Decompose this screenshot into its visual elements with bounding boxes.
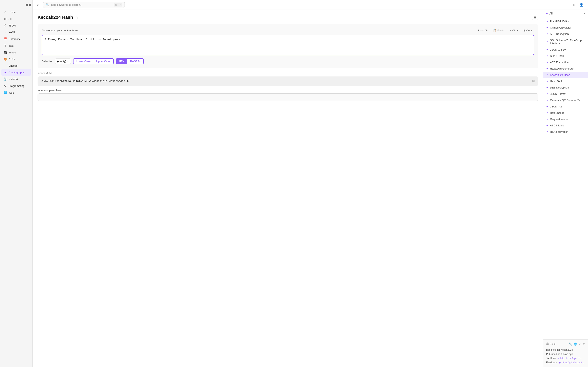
aes-encrypt-icon: ✦ xyxy=(546,61,548,64)
right-item-keccak224[interactable]: ✦ Keccak224 Hash xyxy=(543,72,588,78)
expand-icon[interactable]: ▼ xyxy=(582,342,585,346)
delimiter-row: Delimiter: (empty) ▾ Lower Case Upper Ca… xyxy=(42,58,534,64)
sidebar-item-web[interactable]: 🌐 Web xyxy=(1,89,31,96)
right-item-json-tsv[interactable]: ✦ JSON to TSV xyxy=(543,47,588,53)
link-icon: ⎋ xyxy=(558,357,559,360)
copy-button[interactable]: ⎘ Copy xyxy=(522,28,534,33)
search-input[interactable] xyxy=(51,3,112,6)
right-item-aes-encrypt[interactable]: ✦ AES Encryption xyxy=(543,59,588,66)
copy-result-button[interactable]: ⎘ xyxy=(532,79,535,83)
right-item-json-path[interactable]: ✦ JSON Path xyxy=(543,103,588,110)
hex-encode-icon: ✦ xyxy=(546,111,548,114)
result-value: f2ebef6714925b779f6c9318fe1d4ba2ed682716… xyxy=(40,80,532,83)
footer-info: Hash tool for Keccak224 Published at: 6 … xyxy=(546,348,585,365)
favorite-button[interactable]: ☆ xyxy=(75,15,78,20)
share-button[interactable]: ⎋ xyxy=(572,2,577,8)
sidebar-item-encode[interactable]: Encode xyxy=(1,63,31,69)
home-icon: ⌂ xyxy=(4,10,7,14)
tool-link[interactable]: https://t.he3app.co... xyxy=(560,357,582,360)
right-item-des-decrypt[interactable]: ✦ DES Decryption xyxy=(543,84,588,91)
sidebar-item-cryptography[interactable]: ✦ Cryptography xyxy=(1,69,31,76)
right-item-sha1[interactable]: ✦ SHA1 Hash xyxy=(543,53,588,59)
right-item-plantuml[interactable]: ✦ PlantUML Editor xyxy=(543,18,588,25)
right-item-label: DES Decryption xyxy=(550,86,569,89)
sidebar-item-label: JSON xyxy=(9,24,16,27)
right-item-label: SQL Schema To TypeScript Interface xyxy=(550,39,585,45)
all-icon: ✦ xyxy=(546,12,548,15)
sidebar-item-home[interactable]: ⌂ Home xyxy=(1,9,31,15)
delimiter-label: Delimiter: xyxy=(42,60,53,63)
sidebar-toggle-button[interactable]: ◀◀ xyxy=(25,2,31,7)
result-box: f2ebef6714925b779f6c9318fe1d4ba2ed682716… xyxy=(38,76,538,86)
des-decrypt-icon: ✦ xyxy=(546,86,548,89)
sidebar-item-color[interactable]: 🎨 Color xyxy=(1,56,31,62)
right-item-sql-schema[interactable]: ✦ SQL Schema To TypeScript Interface xyxy=(543,37,588,47)
right-item-label: Htpasswd Generator xyxy=(550,67,574,70)
right-item-label: SHA1 Hash xyxy=(550,54,564,58)
right-item-label: Hex Encode xyxy=(550,111,564,114)
check-icon[interactable]: ✓ xyxy=(579,342,581,346)
case-button-group: Lower Case Upper Case xyxy=(73,58,114,64)
sidebar-item-text[interactable]: T Text xyxy=(1,42,31,49)
right-item-label: Chmod Calculator xyxy=(550,26,571,29)
comparer-label: Input comparer here: xyxy=(38,89,538,92)
right-item-request-sender[interactable]: ✦ Request sender xyxy=(543,116,588,122)
network-icon: 📡 xyxy=(4,77,7,81)
read-file-button[interactable]: ↑ Read file xyxy=(474,28,490,33)
upper-case-button[interactable]: Upper Case xyxy=(93,59,113,64)
paste-button[interactable]: 📋 Paste xyxy=(492,28,506,33)
right-item-label: JSON Path xyxy=(550,105,563,108)
clipboard-icon: 📋 xyxy=(493,29,496,32)
tool-link-label: Tool Link: xyxy=(546,357,557,360)
right-item-rsa-decrypt[interactable]: ✦ RSA decryption xyxy=(543,129,588,135)
home-button[interactable]: ⌂ xyxy=(36,2,41,8)
sidebar-item-json[interactable]: {} JSON xyxy=(1,22,31,29)
sidebar-item-image[interactable]: 🖼 Image xyxy=(1,49,31,56)
upload-icon: ↑ xyxy=(476,29,477,32)
search-box: 🔍 ⌘ + K xyxy=(43,2,125,8)
main-input[interactable]: A Free, Modern Toolbox, Built for Develo… xyxy=(42,35,534,55)
right-item-aes-decrypt[interactable]: ✦ AES Decryption xyxy=(543,31,588,37)
sha1-icon: ✦ xyxy=(546,54,548,58)
base64-button[interactable]: BASE64 xyxy=(127,59,143,64)
right-item-htpasswd[interactable]: ✦ Htpasswd Generator xyxy=(543,66,588,72)
right-item-label: PlantUML Editor xyxy=(550,20,569,23)
comparer-input[interactable] xyxy=(38,93,538,101)
right-item-json-format[interactable]: ✦ JSON Format xyxy=(543,91,588,97)
clear-button[interactable]: ✕ Clear xyxy=(508,28,520,33)
sidebar-item-datetime[interactable]: 📅 Date/Time xyxy=(1,36,31,42)
globe-icon[interactable]: 🌐 xyxy=(574,342,577,346)
right-item-hash-tool[interactable]: ✦ Hash Tool xyxy=(543,78,588,84)
content-area: Keccak224 Hash ☆ ▣ Please input your con… xyxy=(33,10,543,367)
feedback-link[interactable]: https://github.com/... xyxy=(562,361,584,364)
sidebar-item-network[interactable]: 📡 Network xyxy=(1,76,31,82)
sidebar-item-programming[interactable]: ⚙ Programming xyxy=(1,83,31,89)
right-item-chmod[interactable]: ✦ Chmod Calculator xyxy=(543,25,588,31)
format-button-group: HEX BASE64 xyxy=(116,58,144,64)
version-row: ⓘ 1.0.0 🔧 🌐 ✓ ▼ xyxy=(546,342,585,346)
layout-toggle-button[interactable]: ▣ xyxy=(532,15,538,20)
feedback-icon: ◉ xyxy=(559,361,561,364)
all-label: ✦ All xyxy=(546,12,553,15)
right-item-label: AES Decryption xyxy=(550,33,569,35)
request-sender-icon: ✦ xyxy=(546,118,548,121)
right-list: ✦ PlantUML Editor ✦ Chmod Calculator ✦ A… xyxy=(543,17,588,340)
wrench-icon[interactable]: 🔧 xyxy=(569,342,572,346)
sidebar-item-label: Image xyxy=(9,51,16,54)
right-item-ascii-table[interactable]: ✦ ASCII Table xyxy=(543,122,588,129)
lower-case-button[interactable]: Lower Case xyxy=(73,59,93,64)
web-icon: 🌐 xyxy=(4,91,7,94)
page-title-row: Keccak224 Hash ☆ ▣ xyxy=(38,15,538,20)
delimiter-select[interactable]: (empty) ▾ xyxy=(55,58,71,64)
user-button[interactable]: 👤 xyxy=(578,2,585,8)
search-shortcut: ⌘ + K xyxy=(114,3,122,7)
right-item-qr-code[interactable]: ✦ Generate QR Code for Text xyxy=(543,97,588,103)
published-date: Published at: 6 days ago xyxy=(546,352,585,356)
keccak224-icon: ✦ xyxy=(546,73,548,76)
hex-button[interactable]: HEX xyxy=(116,59,127,64)
json-icon: {} xyxy=(4,24,7,27)
sidebar-header: ◀◀ xyxy=(0,2,33,8)
right-item-hex-encode[interactable]: ✦ Hex Encode xyxy=(543,110,588,116)
sidebar-item-all[interactable]: ⊞ All xyxy=(1,16,31,22)
sidebar-item-yaml[interactable]: ≡ YAML xyxy=(1,29,31,35)
